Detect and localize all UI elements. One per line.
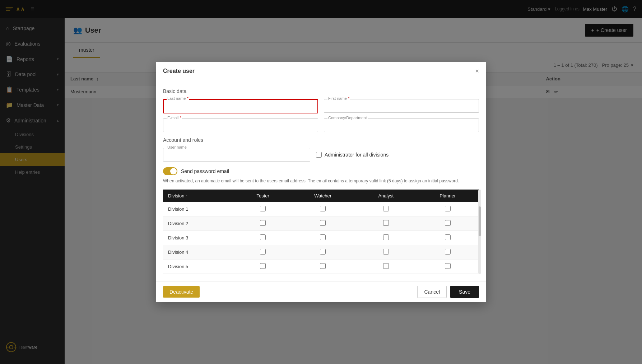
first-name-field: First name	[324, 99, 479, 113]
company-input[interactable]	[324, 118, 479, 132]
email-field: E-mail	[163, 118, 318, 132]
email-row: E-mail Company/Department	[163, 118, 479, 132]
deactivate-button[interactable]: Deactivate	[163, 286, 200, 298]
analyst-cell	[355, 245, 416, 260]
watcher-checkbox-4[interactable]	[320, 249, 326, 255]
first-name-input[interactable]	[324, 99, 479, 113]
watcher-cell	[290, 216, 355, 231]
first-name-label: First name	[327, 96, 350, 101]
col-tester: Tester	[236, 190, 290, 202]
toggle-label: Send password email	[181, 168, 229, 174]
scrollbar-track	[478, 190, 481, 274]
division-name: Division 5	[163, 260, 236, 274]
username-input[interactable]	[163, 148, 310, 162]
basic-data-section-label: Basic data	[163, 88, 479, 94]
planner-checkbox-2[interactable]	[445, 220, 451, 226]
planner-cell	[416, 216, 479, 231]
modal-title: Create user	[163, 68, 195, 74]
company-field: Company/Department	[324, 118, 479, 132]
last-name-label: Last name	[167, 96, 189, 101]
planner-checkbox-1[interactable]	[445, 206, 451, 211]
division-row: Division 2	[163, 216, 479, 231]
admin-all-divisions-checkbox[interactable]	[316, 152, 322, 158]
company-label: Company/Department	[327, 116, 368, 120]
division-name: Division 1	[163, 202, 236, 216]
division-name: Division 4	[163, 245, 236, 260]
cancel-button[interactable]: Cancel	[417, 286, 447, 298]
watcher-checkbox-3[interactable]	[320, 234, 326, 240]
col-analyst: Analyst	[355, 190, 416, 202]
send-password-email-toggle[interactable]	[163, 167, 177, 175]
username-label: User name	[167, 145, 187, 149]
analyst-checkbox-1[interactable]	[383, 206, 389, 211]
watcher-cell	[290, 260, 355, 274]
last-name-input[interactable]	[163, 99, 318, 113]
planner-checkbox-3[interactable]	[445, 234, 451, 240]
email-input[interactable]	[163, 118, 318, 132]
watcher-cell	[290, 245, 355, 260]
username-field: User name	[163, 148, 310, 162]
save-button[interactable]: Save	[450, 286, 479, 298]
sort-up-icon[interactable]: ↑	[186, 194, 188, 198]
analyst-cell	[355, 216, 416, 231]
email-label: E-mail	[167, 116, 182, 120]
watcher-checkbox-2[interactable]	[320, 220, 326, 226]
division-row: Division 3	[163, 231, 479, 245]
last-name-field: Last name	[163, 99, 318, 113]
tester-checkbox-1[interactable]	[260, 206, 266, 211]
col-watcher: Watcher	[290, 190, 355, 202]
col-division: Division ↑	[163, 190, 236, 202]
account-roles-section-label: Account and roles	[163, 137, 479, 143]
division-row: Division 5	[163, 260, 479, 274]
analyst-checkbox-5[interactable]	[383, 263, 389, 269]
planner-cell	[416, 245, 479, 260]
division-row: Division 1	[163, 202, 479, 216]
name-row: Last name First name	[163, 99, 479, 113]
scrollbar-thumb[interactable]	[479, 206, 481, 236]
footer-right-buttons: Cancel Save	[417, 286, 479, 298]
analyst-checkbox-3[interactable]	[383, 234, 389, 240]
analyst-cell	[355, 231, 416, 245]
analyst-cell	[355, 260, 416, 274]
watcher-checkbox-1[interactable]	[320, 206, 326, 211]
modal-close-button[interactable]: ×	[475, 67, 479, 75]
division-name: Division 2	[163, 216, 236, 231]
col-planner: Planner	[416, 190, 479, 202]
tester-checkbox-5[interactable]	[260, 263, 266, 269]
tester-checkbox-4[interactable]	[260, 249, 266, 255]
tester-cell	[236, 216, 290, 231]
analyst-checkbox-4[interactable]	[383, 249, 389, 255]
modal-overlay: Create user × Basic data Last name First…	[0, 0, 642, 364]
division-row: Division 4	[163, 245, 479, 260]
watcher-checkbox-5[interactable]	[320, 263, 326, 269]
analyst-cell	[355, 202, 416, 216]
planner-cell	[416, 260, 479, 274]
tester-cell	[236, 260, 290, 274]
tester-cell	[236, 202, 290, 216]
admin-all-divisions-label[interactable]: Administrator for all divisions	[316, 152, 389, 158]
toggle-row: Send password email	[163, 167, 479, 175]
tester-checkbox-2[interactable]	[260, 220, 266, 226]
toggle-description: When activated, an automatic email will …	[163, 178, 479, 184]
watcher-cell	[290, 231, 355, 245]
tester-cell	[236, 245, 290, 260]
create-user-modal: Create user × Basic data Last name First…	[156, 62, 486, 303]
analyst-checkbox-2[interactable]	[383, 220, 389, 226]
admin-checkbox-text: Administrator for all divisions	[325, 152, 389, 158]
planner-cell	[416, 231, 479, 245]
planner-cell	[416, 202, 479, 216]
account-row: User name Administrator for all division…	[163, 148, 479, 162]
division-table-wrapper: Division ↑ Tester Watcher Analyst Planne…	[163, 190, 479, 274]
modal-footer: Deactivate Cancel Save	[156, 281, 486, 302]
watcher-cell	[290, 202, 355, 216]
modal-header: Create user ×	[156, 62, 486, 81]
tester-cell	[236, 231, 290, 245]
division-name: Division 3	[163, 231, 236, 245]
division-table: Division ↑ Tester Watcher Analyst Planne…	[163, 190, 479, 274]
tester-checkbox-3[interactable]	[260, 234, 266, 240]
planner-checkbox-4[interactable]	[445, 249, 451, 255]
planner-checkbox-5[interactable]	[445, 263, 451, 269]
modal-body: Basic data Last name First name E-mail C…	[156, 81, 486, 281]
